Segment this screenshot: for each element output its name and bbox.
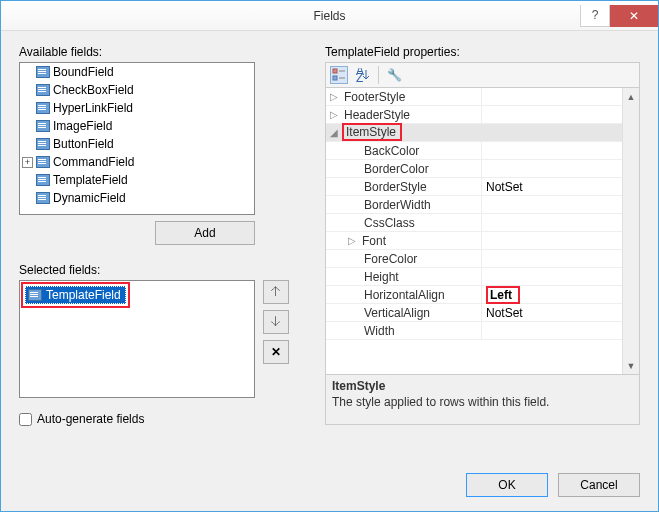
list-item[interactable]: ImageField <box>20 117 254 135</box>
property-name: BorderColor <box>342 160 482 177</box>
list-item[interactable]: BoundField <box>20 63 254 81</box>
list-item[interactable]: +CommandField <box>20 153 254 171</box>
property-name: CssClass <box>342 214 482 231</box>
list-item-label: ImageField <box>53 119 112 133</box>
property-row[interactable]: BackColor <box>326 142 622 160</box>
property-row[interactable]: ForeColor <box>326 250 622 268</box>
property-value[interactable] <box>482 268 622 285</box>
alphabetical-icon[interactable]: AZ <box>354 66 372 84</box>
move-up-button[interactable]: 🡡 <box>263 280 289 304</box>
property-value[interactable] <box>482 196 622 213</box>
auto-generate-checkbox[interactable]: Auto-generate fields <box>19 412 295 426</box>
property-value[interactable]: Left <box>482 286 622 303</box>
property-name: FooterStyle <box>342 88 482 105</box>
expand-icon[interactable]: + <box>22 157 33 168</box>
property-value[interactable] <box>482 250 622 267</box>
toolbar-separator <box>378 66 379 84</box>
property-value[interactable] <box>482 142 622 159</box>
move-down-button[interactable]: 🡣 <box>263 310 289 334</box>
property-row[interactable]: ▷FooterStyle <box>326 88 622 106</box>
categorized-icon[interactable] <box>330 66 348 84</box>
property-value[interactable] <box>482 106 622 123</box>
available-fields-list[interactable]: BoundFieldCheckBoxFieldHyperLinkFieldIma… <box>19 62 255 215</box>
selected-item-templatefield[interactable]: TemplateField <box>25 286 126 304</box>
selected-fields-list[interactable]: TemplateField <box>19 280 255 398</box>
field-icon <box>36 192 50 204</box>
property-name: BorderStyle <box>342 178 482 195</box>
list-item[interactable]: ButtonField <box>20 135 254 153</box>
svg-rect-1 <box>333 76 337 80</box>
field-icon <box>36 84 50 96</box>
list-item-label: CheckBoxField <box>53 83 134 97</box>
field-icon <box>36 156 50 168</box>
property-row[interactable]: ▷Font <box>326 232 622 250</box>
wrench-icon[interactable]: 🔧 <box>385 66 403 84</box>
list-item-label: HyperLinkField <box>53 101 133 115</box>
list-item-label: ButtonField <box>53 137 114 151</box>
scroll-up-icon[interactable]: ▲ <box>623 88 639 105</box>
window-title: Fields <box>313 9 345 23</box>
property-row[interactable]: ▷HeaderStyle <box>326 106 622 124</box>
field-icon <box>36 138 50 150</box>
delete-button[interactable]: ✕ <box>263 340 289 364</box>
expand-tri-icon[interactable]: ▷ <box>348 235 362 246</box>
property-name: HorizontalAlign <box>342 286 482 303</box>
property-value[interactable]: NotSet <box>482 304 622 321</box>
field-icon <box>28 289 42 301</box>
list-item[interactable]: CheckBoxField <box>20 81 254 99</box>
property-value[interactable] <box>482 160 622 177</box>
property-row[interactable]: ◢ItemStyle <box>326 124 622 142</box>
desc-body: The style applied to rows within this fi… <box>332 395 633 409</box>
property-row[interactable]: BorderStyleNotSet <box>326 178 622 196</box>
property-value[interactable]: NotSet <box>482 178 622 195</box>
list-item-label: DynamicField <box>53 191 126 205</box>
property-name: HeaderStyle <box>342 106 482 123</box>
expand-tri-icon[interactable]: ◢ <box>326 124 342 141</box>
properties-label: TemplateField properties: <box>325 45 640 59</box>
fields-dialog: Fields ? ✕ Available fields: BoundFieldC… <box>0 0 659 512</box>
list-item[interactable]: HyperLinkField <box>20 99 254 117</box>
property-row[interactable]: CssClass <box>326 214 622 232</box>
auto-generate-input[interactable] <box>19 413 32 426</box>
field-icon <box>36 120 50 132</box>
property-row[interactable]: Width <box>326 322 622 340</box>
property-value[interactable] <box>482 322 622 339</box>
list-item[interactable]: DynamicField <box>20 189 254 207</box>
property-name: Height <box>342 268 482 285</box>
grid-scrollbar[interactable]: ▲ ▼ <box>622 88 639 374</box>
cancel-button[interactable]: Cancel <box>558 473 640 497</box>
available-label: Available fields: <box>19 45 295 59</box>
property-name: ForeColor <box>342 250 482 267</box>
titlebar: Fields ? ✕ <box>1 1 658 31</box>
property-name: ▷Font <box>342 232 482 249</box>
property-name: BorderWidth <box>342 196 482 213</box>
property-name: Width <box>342 322 482 339</box>
property-value[interactable] <box>482 232 622 249</box>
property-value[interactable] <box>402 124 622 141</box>
ok-button[interactable]: OK <box>466 473 548 497</box>
property-row[interactable]: VerticalAlignNotSet <box>326 304 622 322</box>
property-row[interactable]: HorizontalAlignLeft <box>326 286 622 304</box>
property-toolbar: AZ 🔧 <box>325 62 640 88</box>
desc-title: ItemStyle <box>332 379 633 393</box>
list-item[interactable]: TemplateField <box>20 171 254 189</box>
scroll-down-icon[interactable]: ▼ <box>623 357 639 374</box>
property-row[interactable]: BorderWidth <box>326 196 622 214</box>
field-icon <box>36 66 50 78</box>
help-button[interactable]: ? <box>580 5 610 27</box>
property-value[interactable] <box>482 88 622 105</box>
property-name: BackColor <box>342 142 482 159</box>
property-row[interactable]: Height <box>326 268 622 286</box>
property-name: VerticalAlign <box>342 304 482 321</box>
property-row[interactable]: BorderColor <box>326 160 622 178</box>
svg-rect-0 <box>333 69 337 73</box>
auto-generate-label: Auto-generate fields <box>37 412 144 426</box>
add-button[interactable]: Add <box>155 221 255 245</box>
expand-tri-icon[interactable]: ▷ <box>326 106 342 123</box>
property-value[interactable] <box>482 214 622 231</box>
selected-item-label: TemplateField <box>46 288 121 302</box>
property-description: ItemStyle The style applied to rows with… <box>325 375 640 425</box>
expand-tri-icon[interactable]: ▷ <box>326 88 342 105</box>
property-grid[interactable]: ▷FooterStyle▷HeaderStyle◢ItemStyleBackCo… <box>325 88 640 375</box>
close-button[interactable]: ✕ <box>610 5 658 27</box>
